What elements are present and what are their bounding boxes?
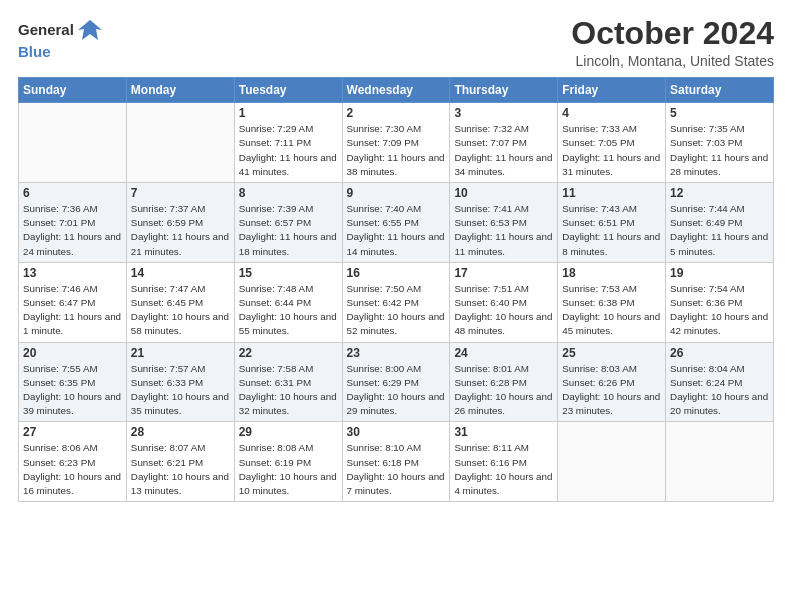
day-info: Sunrise: 7:32 AM Sunset: 7:07 PM Dayligh… [454, 122, 553, 179]
day-number: 29 [239, 425, 338, 439]
day-info: Sunrise: 7:51 AM Sunset: 6:40 PM Dayligh… [454, 282, 553, 339]
day-info: Sunrise: 8:03 AM Sunset: 6:26 PM Dayligh… [562, 362, 661, 419]
day-info: Sunrise: 7:35 AM Sunset: 7:03 PM Dayligh… [670, 122, 769, 179]
day-number: 3 [454, 106, 553, 120]
logo: General Blue [18, 16, 104, 61]
day-number: 4 [562, 106, 661, 120]
calendar-week-0: 1Sunrise: 7:29 AM Sunset: 7:11 PM Daylig… [19, 103, 774, 183]
day-info: Sunrise: 7:37 AM Sunset: 6:59 PM Dayligh… [131, 202, 230, 259]
day-info: Sunrise: 7:55 AM Sunset: 6:35 PM Dayligh… [23, 362, 122, 419]
calendar-week-4: 27Sunrise: 8:06 AM Sunset: 6:23 PM Dayli… [19, 422, 774, 502]
day-number: 5 [670, 106, 769, 120]
day-info: Sunrise: 7:46 AM Sunset: 6:47 PM Dayligh… [23, 282, 122, 339]
day-number: 26 [670, 346, 769, 360]
calendar-cell: 2Sunrise: 7:30 AM Sunset: 7:09 PM Daylig… [342, 103, 450, 183]
day-info: Sunrise: 8:00 AM Sunset: 6:29 PM Dayligh… [347, 362, 446, 419]
day-info: Sunrise: 7:48 AM Sunset: 6:44 PM Dayligh… [239, 282, 338, 339]
logo-general: General [18, 22, 74, 39]
calendar-cell: 5Sunrise: 7:35 AM Sunset: 7:03 PM Daylig… [666, 103, 774, 183]
calendar-cell: 20Sunrise: 7:55 AM Sunset: 6:35 PM Dayli… [19, 342, 127, 422]
day-number: 30 [347, 425, 446, 439]
day-number: 31 [454, 425, 553, 439]
day-info: Sunrise: 7:41 AM Sunset: 6:53 PM Dayligh… [454, 202, 553, 259]
day-number: 20 [23, 346, 122, 360]
day-number: 25 [562, 346, 661, 360]
day-info: Sunrise: 8:06 AM Sunset: 6:23 PM Dayligh… [23, 441, 122, 498]
calendar-cell: 11Sunrise: 7:43 AM Sunset: 6:51 PM Dayli… [558, 183, 666, 263]
calendar-cell [19, 103, 127, 183]
day-number: 13 [23, 266, 122, 280]
calendar-cell: 10Sunrise: 7:41 AM Sunset: 6:53 PM Dayli… [450, 183, 558, 263]
day-number: 10 [454, 186, 553, 200]
calendar-cell: 1Sunrise: 7:29 AM Sunset: 7:11 PM Daylig… [234, 103, 342, 183]
day-info: Sunrise: 7:57 AM Sunset: 6:33 PM Dayligh… [131, 362, 230, 419]
day-number: 6 [23, 186, 122, 200]
day-info: Sunrise: 7:47 AM Sunset: 6:45 PM Dayligh… [131, 282, 230, 339]
calendar-cell: 4Sunrise: 7:33 AM Sunset: 7:05 PM Daylig… [558, 103, 666, 183]
calendar-cell: 17Sunrise: 7:51 AM Sunset: 6:40 PM Dayli… [450, 262, 558, 342]
calendar-cell: 14Sunrise: 7:47 AM Sunset: 6:45 PM Dayli… [126, 262, 234, 342]
calendar-cell: 22Sunrise: 7:58 AM Sunset: 6:31 PM Dayli… [234, 342, 342, 422]
day-info: Sunrise: 7:50 AM Sunset: 6:42 PM Dayligh… [347, 282, 446, 339]
calendar-cell: 21Sunrise: 7:57 AM Sunset: 6:33 PM Dayli… [126, 342, 234, 422]
day-number: 15 [239, 266, 338, 280]
day-number: 11 [562, 186, 661, 200]
svg-marker-0 [78, 20, 102, 40]
calendar-cell: 8Sunrise: 7:39 AM Sunset: 6:57 PM Daylig… [234, 183, 342, 263]
calendar-cell: 13Sunrise: 7:46 AM Sunset: 6:47 PM Dayli… [19, 262, 127, 342]
header-friday: Friday [558, 78, 666, 103]
calendar-cell: 9Sunrise: 7:40 AM Sunset: 6:55 PM Daylig… [342, 183, 450, 263]
calendar-cell [126, 103, 234, 183]
day-number: 16 [347, 266, 446, 280]
calendar-header: Sunday Monday Tuesday Wednesday Thursday… [19, 78, 774, 103]
day-info: Sunrise: 8:07 AM Sunset: 6:21 PM Dayligh… [131, 441, 230, 498]
calendar-cell: 18Sunrise: 7:53 AM Sunset: 6:38 PM Dayli… [558, 262, 666, 342]
day-info: Sunrise: 7:40 AM Sunset: 6:55 PM Dayligh… [347, 202, 446, 259]
calendar-cell: 12Sunrise: 7:44 AM Sunset: 6:49 PM Dayli… [666, 183, 774, 263]
day-info: Sunrise: 7:33 AM Sunset: 7:05 PM Dayligh… [562, 122, 661, 179]
day-number: 8 [239, 186, 338, 200]
day-number: 28 [131, 425, 230, 439]
day-info: Sunrise: 7:44 AM Sunset: 6:49 PM Dayligh… [670, 202, 769, 259]
header-thursday: Thursday [450, 78, 558, 103]
page: General Blue October 2024 Lincoln, Monta… [0, 0, 792, 612]
calendar-week-3: 20Sunrise: 7:55 AM Sunset: 6:35 PM Dayli… [19, 342, 774, 422]
day-number: 19 [670, 266, 769, 280]
logo-bird-icon [76, 16, 104, 44]
calendar-body: 1Sunrise: 7:29 AM Sunset: 7:11 PM Daylig… [19, 103, 774, 502]
header: General Blue October 2024 Lincoln, Monta… [18, 16, 774, 69]
weekday-row: Sunday Monday Tuesday Wednesday Thursday… [19, 78, 774, 103]
header-sunday: Sunday [19, 78, 127, 103]
header-monday: Monday [126, 78, 234, 103]
day-number: 2 [347, 106, 446, 120]
day-info: Sunrise: 7:58 AM Sunset: 6:31 PM Dayligh… [239, 362, 338, 419]
day-info: Sunrise: 8:11 AM Sunset: 6:16 PM Dayligh… [454, 441, 553, 498]
calendar-cell: 30Sunrise: 8:10 AM Sunset: 6:18 PM Dayli… [342, 422, 450, 502]
day-info: Sunrise: 7:43 AM Sunset: 6:51 PM Dayligh… [562, 202, 661, 259]
day-number: 27 [23, 425, 122, 439]
day-number: 23 [347, 346, 446, 360]
calendar-cell: 31Sunrise: 8:11 AM Sunset: 6:16 PM Dayli… [450, 422, 558, 502]
calendar-cell [666, 422, 774, 502]
day-number: 14 [131, 266, 230, 280]
month-title: October 2024 [571, 16, 774, 51]
calendar-cell: 27Sunrise: 8:06 AM Sunset: 6:23 PM Dayli… [19, 422, 127, 502]
header-saturday: Saturday [666, 78, 774, 103]
day-info: Sunrise: 7:53 AM Sunset: 6:38 PM Dayligh… [562, 282, 661, 339]
day-number: 24 [454, 346, 553, 360]
logo-blue: Blue [18, 44, 104, 61]
day-info: Sunrise: 7:36 AM Sunset: 7:01 PM Dayligh… [23, 202, 122, 259]
location: Lincoln, Montana, United States [571, 53, 774, 69]
calendar-cell: 6Sunrise: 7:36 AM Sunset: 7:01 PM Daylig… [19, 183, 127, 263]
calendar-table: Sunday Monday Tuesday Wednesday Thursday… [18, 77, 774, 502]
day-number: 9 [347, 186, 446, 200]
day-number: 22 [239, 346, 338, 360]
calendar-cell: 26Sunrise: 8:04 AM Sunset: 6:24 PM Dayli… [666, 342, 774, 422]
day-number: 1 [239, 106, 338, 120]
calendar-cell: 24Sunrise: 8:01 AM Sunset: 6:28 PM Dayli… [450, 342, 558, 422]
calendar-cell: 29Sunrise: 8:08 AM Sunset: 6:19 PM Dayli… [234, 422, 342, 502]
day-number: 21 [131, 346, 230, 360]
day-info: Sunrise: 7:30 AM Sunset: 7:09 PM Dayligh… [347, 122, 446, 179]
calendar-week-1: 6Sunrise: 7:36 AM Sunset: 7:01 PM Daylig… [19, 183, 774, 263]
calendar-cell: 19Sunrise: 7:54 AM Sunset: 6:36 PM Dayli… [666, 262, 774, 342]
